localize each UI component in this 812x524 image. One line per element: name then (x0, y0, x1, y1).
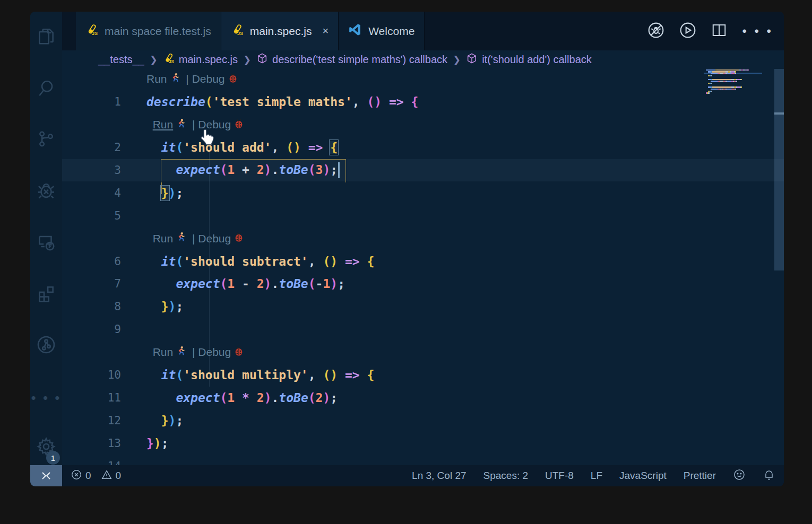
code-line: 2 it('should add', () => { (62, 136, 784, 159)
svg-text:JS: JS (169, 59, 175, 64)
code-line: 12 }); (62, 409, 784, 432)
chevron-right-icon: ❯ (150, 54, 158, 66)
minimap[interactable] (706, 69, 774, 465)
line-number: 2 (62, 141, 121, 154)
code-line: 13}); (62, 432, 784, 455)
codelens-run-link[interactable]: Run (153, 232, 174, 245)
codelens-debug-link[interactable]: Debug (192, 73, 225, 85)
breadcrumb-symbol-it[interactable]: it('should add') callback (466, 53, 592, 67)
line-number: 9 (62, 323, 121, 336)
code-line: 8 }); (62, 295, 784, 318)
run-tests-disabled-icon[interactable] (647, 22, 664, 41)
code-text: }); (146, 414, 183, 427)
code-line: 4 }); (62, 181, 784, 204)
explorer-icon[interactable] (30, 21, 62, 51)
notifications-bell-icon[interactable] (763, 468, 775, 484)
warnings-indicator[interactable]: 0 (101, 469, 122, 483)
code-line: 7 expect(1 - 2).toBe(-1); (62, 273, 784, 295)
source-control-icon[interactable] (30, 124, 62, 154)
language-mode[interactable]: JavaScript (619, 470, 667, 482)
remote-explorer-icon[interactable] (30, 228, 62, 257)
symbol-cube-icon (256, 53, 268, 67)
tab-main-spec[interactable]: JS main.spec.js × (221, 12, 339, 50)
line-number: 7 (62, 277, 121, 290)
errors-indicator[interactable]: 0 (71, 469, 91, 483)
codelens-debug-link[interactable]: Debug (198, 232, 231, 245)
chevron-right-icon: ❯ (453, 54, 461, 66)
vscode-logo-icon (348, 23, 362, 39)
gitlens-icon[interactable] (30, 330, 62, 360)
line-number: 14 (62, 460, 121, 465)
search-icon[interactable] (30, 73, 62, 103)
runner-emoji-icon (167, 72, 183, 86)
debug-bug-x-icon[interactable] (30, 176, 62, 206)
code-text: expect(1 + 2).toBe(3); (146, 162, 340, 178)
run-or-debug-icon[interactable] (679, 22, 696, 41)
code-editor[interactable]: Run | Debug1describe('test simple maths'… (62, 69, 784, 465)
code-line: 5 (62, 204, 784, 227)
breadcrumb-file[interactable]: JS main.spec.js (163, 53, 238, 67)
editor-actions: • • • (647, 12, 780, 50)
split-editor-icon[interactable] (711, 22, 727, 40)
js-test-file-icon: JS (163, 53, 175, 67)
activity-bar: • • • 1 (30, 12, 62, 465)
code-text: }); (146, 436, 169, 450)
symbol-cube-icon (466, 53, 478, 67)
svg-text:JS: JS (237, 31, 243, 36)
code-line: 1describe('test simple maths', () => { (62, 91, 784, 113)
codelens-run-link[interactable]: Run (153, 118, 174, 131)
ladybug-emoji-icon (231, 345, 247, 360)
remote-indicator[interactable] (30, 465, 62, 486)
line-number: 6 (62, 255, 121, 268)
text-cursor (338, 162, 340, 178)
code-text: expect(1 * 2).toBe(2); (146, 391, 338, 405)
codelens-row: Run | Debug (62, 113, 784, 136)
codelens-row: Run | Debug (62, 69, 784, 91)
overview-ruler-marker (774, 112, 784, 115)
vertical-scrollbar[interactable] (774, 69, 784, 465)
codelens-run-link[interactable]: Run (153, 346, 174, 359)
scrollbar-thumb[interactable] (774, 69, 784, 270)
mouse-hand-cursor (199, 128, 215, 147)
tab-welcome[interactable]: Welcome (339, 12, 425, 50)
codelens-run-link[interactable]: Run (146, 73, 167, 85)
eol-sequence[interactable]: LF (591, 470, 602, 482)
cursor-position[interactable]: Ln 3, Col 27 (412, 470, 466, 482)
code-rows: Run | Debug1describe('test simple maths'… (62, 69, 784, 465)
code-line: 6 it('should subtract', () => { (62, 250, 784, 273)
js-test-file-icon: JS (85, 23, 98, 39)
status-bar: 0 0 Ln 3, Col 27 Spaces: 2 UTF-8 LF Java… (30, 465, 784, 486)
code-text: expect(1 - 2).toBe(-1); (146, 277, 345, 291)
runner-emoji-icon (173, 118, 189, 132)
code-line: 3 expect(1 + 2).toBe(3); (62, 159, 784, 182)
extensions-icon[interactable] (30, 279, 62, 309)
code-text: }); (146, 186, 183, 200)
indentation-setting[interactable]: Spaces: 2 (483, 470, 529, 482)
more-views-icon[interactable]: • • • (30, 383, 62, 413)
feedback-smiley-icon[interactable] (733, 468, 746, 484)
ladybug-emoji-icon (231, 231, 247, 246)
ladybug-emoji-icon (225, 72, 241, 86)
line-number: 4 (62, 187, 121, 199)
tab-label: main.spec.js (250, 25, 312, 38)
line-number: 1 (62, 95, 121, 108)
runner-emoji-icon (173, 231, 189, 246)
tab-strip: JS main space file.test.js JS main.spec.… (62, 12, 784, 50)
more-actions-icon[interactable]: • • • (742, 24, 773, 39)
formatter[interactable]: Prettier (684, 470, 716, 482)
vscode-window: • • • 1 JS main space file.test.js JS ma… (30, 12, 784, 486)
warning-triangle-icon (101, 469, 113, 483)
encoding[interactable]: UTF-8 (545, 470, 574, 482)
line-number: 13 (62, 437, 121, 450)
settings-gear-icon[interactable]: 1 (30, 432, 62, 461)
breadcrumb-symbol-describe[interactable]: describe('test simple maths') callback (256, 53, 447, 67)
code-text: it('should multiply', () => { (146, 368, 374, 382)
code-text: }); (146, 300, 183, 313)
breadcrumb-folder[interactable]: __tests__ (98, 54, 144, 66)
code-text: describe('test simple maths', () => { (146, 95, 418, 109)
codelens-debug-link[interactable]: Debug (198, 346, 231, 359)
close-tab-icon[interactable]: × (322, 25, 329, 37)
tab-main-space-file[interactable]: JS main space file.test.js (76, 12, 221, 50)
line-number: 3 (62, 164, 121, 177)
runner-emoji-icon (173, 345, 189, 360)
